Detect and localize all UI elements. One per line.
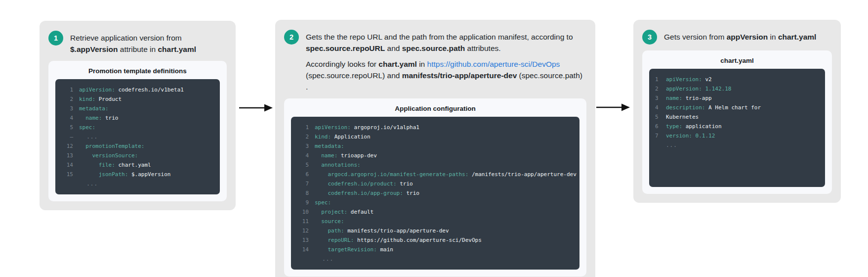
arrow-right-icon	[239, 102, 273, 114]
code-text: project: default	[315, 207, 373, 217]
arrow-right-icon	[596, 101, 630, 113]
line-number: 1	[655, 75, 661, 84]
step-2-description: Gets the the repo URL and the path from …	[306, 30, 586, 92]
plain-text: in	[768, 33, 778, 41]
chart-yaml-code-block: 1apiVersion: v22appVersion: 1.142.183nam…	[649, 69, 825, 187]
code-text: ...	[666, 140, 677, 150]
emphasis-text: chart.yaml	[158, 45, 196, 53]
code-line: 5Kubernetes	[655, 112, 821, 122]
line-number: 4	[297, 151, 309, 160]
code-line: ...	[61, 179, 216, 188]
plain-text: Accordingly looks for	[306, 60, 378, 68]
code-text: repoURL: https://github.com/aperture-sci…	[315, 235, 482, 245]
line-number: 2	[297, 132, 309, 141]
code-text: path: manifests/trio-app/aperture-dev	[315, 226, 449, 235]
code-text: targetRevision: main	[315, 245, 393, 254]
code-text: source:	[315, 217, 344, 226]
application-configuration-card: Application configuration 1apiVersion: a…	[284, 98, 586, 277]
code-text: Kubernetes	[666, 112, 699, 122]
line-number: 4	[61, 113, 73, 123]
line-number: 9	[297, 198, 309, 207]
code-line: 6 argocd.argoproj.io/manifest-generate-p…	[297, 170, 576, 179]
line-number: 3	[655, 93, 661, 103]
code-text: apiVersion: v2	[666, 75, 712, 84]
line-number: 6	[655, 122, 661, 131]
code-text: metadata:	[79, 104, 109, 113]
step-2-header: 2 Gets the the repo URL and the path fro…	[284, 28, 586, 92]
step-2-description-text-2: Accordingly looks for chart.yaml in http…	[306, 58, 586, 92]
code-line: 7 codefresh.io/product: trio	[297, 179, 576, 188]
code-line: 2kind: Application	[297, 132, 576, 141]
code-line: 5 annotations:	[297, 160, 576, 170]
emphasis-text: $.appVersion	[70, 45, 118, 53]
repo-url-link[interactable]: https://github.com/aperture-sci/DevOps	[427, 60, 560, 68]
code-line: 11 source:	[297, 217, 576, 226]
code-line: 12 path: manifests/trio-app/aperture-dev	[297, 226, 576, 235]
code-line: 2appVersion: 1.142.18	[655, 84, 821, 93]
line-number: 8	[297, 188, 309, 198]
line-number: –	[61, 132, 73, 141]
step-1-badge: 1	[48, 31, 63, 46]
plain-text: Gets the the repo URL and the path from …	[306, 33, 573, 41]
emphasis-text: chart.yaml	[378, 60, 417, 68]
line-number: 12	[297, 226, 309, 235]
code-line: 12 promotionTemplate:	[61, 141, 216, 151]
code-text: kind: Application	[315, 132, 371, 141]
code-text: ...	[315, 254, 333, 264]
code-line: 14 file: chart.yaml	[61, 160, 216, 170]
step-2-panel: 2 Gets the the repo URL and the path fro…	[275, 20, 595, 277]
line-number	[655, 140, 661, 150]
line-number: 5	[297, 160, 309, 170]
code-text: metadata:	[315, 141, 344, 151]
code-text: argocd.argoproj.io/manifest-generate-pat…	[315, 170, 577, 179]
code-text: version: 0.1.12	[666, 131, 715, 140]
code-line: 4description: A Helm chart for	[655, 103, 821, 112]
code-line: 4 name: trioapp-dev	[297, 151, 576, 160]
emphasis-text: appVersion	[727, 33, 768, 41]
emphasis-text: spec.source.path	[402, 44, 465, 52]
promotion-flow-diagram: { "colors": { "panel_bg": "#e8e8e8", "ca…	[0, 0, 868, 277]
plain-text: attribute in	[118, 45, 158, 53]
code-text: type: application	[666, 122, 722, 131]
line-number: 11	[297, 217, 309, 226]
emphasis-text: manifests/trio-app/aperture-dev	[402, 71, 517, 80]
line-number: 6	[297, 170, 309, 179]
line-number: 5	[655, 112, 661, 122]
line-number: 12	[61, 141, 73, 151]
line-number: 15	[61, 170, 73, 179]
line-number: 13	[297, 235, 309, 245]
application-configuration-code-block: 1apiVersion: argoproj.io/v1alpha12kind: …	[291, 117, 579, 270]
code-text: description: A Helm chart for	[666, 103, 761, 112]
line-number: 3	[297, 141, 309, 151]
line-number: 2	[655, 84, 661, 93]
code-line: 3metadata:	[297, 141, 576, 151]
line-number: 13	[61, 151, 73, 160]
code-line: 7version: 0.1.12	[655, 131, 821, 140]
code-text: appVersion: 1.142.18	[666, 84, 731, 93]
code-text: apiVersion: codefresh.io/v1beta1	[79, 85, 184, 94]
plain-text: Gets version from	[664, 33, 727, 41]
code-line: 1apiVersion: argoproj.io/v1alpha1	[297, 123, 576, 132]
code-line: 13 repoURL: https://github.com/aperture-…	[297, 235, 576, 245]
code-line: ...	[297, 254, 576, 264]
promotion-template-code-block: 1apiVersion: codefresh.io/v1beta12kind: …	[55, 79, 220, 194]
emphasis-text: chart.yaml	[778, 33, 817, 41]
code-text: codefresh.io/product: trio	[315, 179, 413, 188]
code-line: 13 versionSource:	[61, 151, 216, 160]
step-1-description-text: Retrieve application version from $.appV…	[70, 32, 227, 55]
line-number: 4	[655, 103, 661, 112]
code-line: 10 project: default	[297, 207, 576, 217]
plain-text: in	[417, 60, 427, 68]
line-number	[61, 179, 73, 188]
code-text: jsonPath: $.appVersion	[79, 170, 170, 179]
application-configuration-card-title: Application configuration	[291, 103, 579, 117]
line-number: 14	[61, 160, 73, 170]
code-line: 14 targetRevision: main	[297, 245, 576, 254]
code-line: 6type: application	[655, 122, 821, 131]
plain-text: Retrieve application version from	[70, 34, 182, 42]
line-number: 10	[297, 207, 309, 217]
chart-yaml-card: chart.yaml 1apiVersion: v22appVersion: 1…	[642, 50, 832, 194]
code-line: ...	[655, 140, 821, 150]
code-text: kind: Product	[79, 94, 122, 104]
line-number: 3	[61, 104, 73, 113]
